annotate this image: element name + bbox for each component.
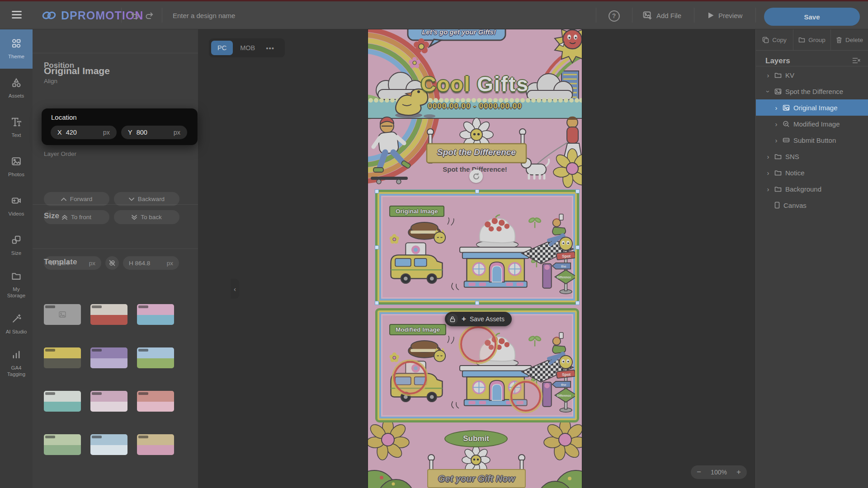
hamburger-menu-icon[interactable] [12,11,22,19]
add-file-button[interactable]: Add File [643,1,681,29]
trash-icon [836,37,842,43]
add-file-label: Add File [656,12,681,19]
layer-label: Submit Button [793,136,836,144]
sidebar-item[interactable]: My Storage [0,265,33,305]
chevron-right-icon[interactable]: › [775,137,778,144]
delete-button[interactable]: Delete [831,29,868,50]
sidebar-item[interactable]: Photos [0,147,33,187]
sidebar-item-label: Theme [8,53,24,60]
layer-row[interactable]: › Background [756,181,868,197]
template-thumbnail[interactable] [44,304,81,325]
design-name-input[interactable] [173,9,363,22]
collapse-all-icon[interactable] [852,57,860,66]
panel-collapse-handle[interactable]: ‹ [231,279,239,299]
design-artboard[interactable]: Spot the Difference Let's go get your Gi… [368,29,582,488]
play-icon [708,12,714,19]
height-field[interactable]: H 864.8 px [123,256,179,270]
submit-button-object[interactable]: Submit [444,430,508,447]
layer-label: Original Image [793,104,838,112]
image-search-icon [783,104,790,111]
group-button[interactable]: Group [793,29,831,50]
layer-row[interactable]: › Spot the Difference [756,83,868,99]
template-thumbnail[interactable] [137,304,174,325]
chevron-right-icon[interactable]: › [775,104,778,111]
layer-label: Spot the Difference [785,88,843,95]
difference-marker [460,326,496,362]
ai-studio-icon [11,314,21,324]
template-thumbnail[interactable] [137,347,174,368]
template-grid [44,304,189,455]
selection-handle[interactable] [375,245,379,249]
save-assets-button[interactable]: + Save Assets [445,312,512,326]
align-label: Align [44,78,57,84]
layer-row[interactable]: › KV [756,67,868,83]
template-thumbnail[interactable] [90,434,127,455]
location-x-field[interactable]: X 420 px [51,126,117,139]
chevron-right-icon[interactable]: › [767,72,769,79]
sidebar-item-label: Photos [8,171,24,178]
selection-handle[interactable] [375,301,379,305]
modified-image-label: Modified Image [389,324,446,335]
zoom-check-icon [783,121,790,127]
layer-label: Notice [785,169,805,177]
layer-row[interactable]: › Notice [756,164,868,181]
app-window: DPROMOTION ? Add File [0,0,868,488]
undo-icon[interactable] [128,9,141,22]
template-thumbnail[interactable] [44,434,81,455]
chevron-down-icon[interactable]: › [765,90,772,93]
tab-mob[interactable]: MOB [234,41,261,55]
to-back-button[interactable]: To back [114,210,179,224]
layer-row[interactable]: › SNS [756,148,868,164]
zoom-in-button[interactable]: + [736,468,741,477]
object-actions: Copy Group Delete [756,29,868,51]
selection-handle[interactable] [475,301,479,305]
sidebar-item[interactable]: GA4 Tagging [0,344,33,383]
template-thumbnail[interactable] [90,304,127,325]
ga4-tagging-icon [11,350,21,360]
sidebar-item[interactable]: Size [0,226,33,265]
selection-handle[interactable] [576,245,580,249]
sidebar-item[interactable]: Videos [0,187,33,226]
chevron-right-icon[interactable]: › [775,121,778,127]
link-dimensions-toggle[interactable] [105,256,119,270]
chevron-right-icon[interactable]: › [767,169,769,176]
chevron-right-icon[interactable]: › [767,186,769,192]
zoom-out-button[interactable]: − [697,468,701,477]
refresh-icon [469,169,483,183]
redo-icon[interactable] [143,9,156,22]
sidebar-item[interactable]: Assets [0,69,33,108]
group-folder-icon [798,37,805,43]
selection-handle[interactable] [375,189,379,193]
more-options-icon[interactable]: ••• [262,44,278,52]
template-thumbnail[interactable] [90,391,127,412]
layer-row[interactable]: › Submit Button [756,132,868,148]
selection-handle[interactable] [576,189,580,193]
template-thumbnail[interactable] [137,391,174,412]
original-image-object[interactable]: Original Image [375,190,579,305]
template-thumbnail[interactable] [137,434,174,455]
template-thumbnail[interactable] [44,391,81,412]
tab-pc[interactable]: PC [211,41,233,55]
sidebar-item[interactable]: Text [0,108,33,147]
sidebar-item[interactable]: Theme [0,29,33,69]
template-thumbnail[interactable] [90,347,127,368]
sidebar-item[interactable]: AI Studio [0,305,33,344]
help-icon[interactable]: ? [608,9,620,22]
inspector-panel: Original Image Position Align Layer Orde… [33,29,198,488]
layer-row[interactable]: › Original Image [756,99,868,116]
template-thumbnail[interactable] [44,347,81,368]
selection-handle[interactable] [576,301,580,305]
chevron-right-icon[interactable]: › [767,153,769,160]
image-placeholder-icon [59,311,66,318]
save-button[interactable]: Save [764,8,860,26]
layer-row[interactable]: Canvas [756,197,868,213]
selection-handle[interactable] [475,189,479,193]
preview-button[interactable]: Preview [708,1,742,29]
layer-order-label: Layer Order [44,150,76,157]
folder-icon [774,186,782,192]
assets-icon [11,78,21,88]
layer-row[interactable]: › Modified Image [756,116,868,132]
location-y-field[interactable]: Y 800 px [121,126,187,139]
copy-button[interactable]: Copy [756,29,793,50]
folder-icon [774,169,782,176]
